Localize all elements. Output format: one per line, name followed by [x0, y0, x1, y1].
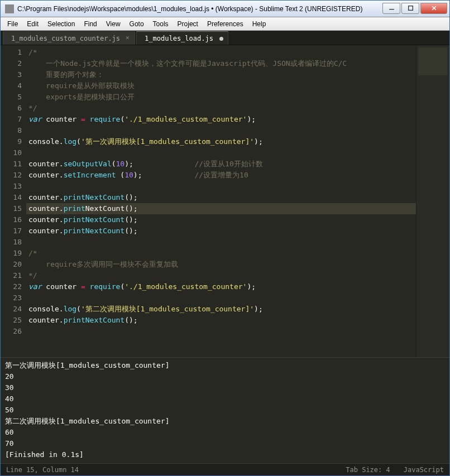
line-number: 16 — [1, 214, 22, 225]
menu-selection[interactable]: Selection — [43, 18, 79, 30]
code-line: exports是把模块接口公开 — [28, 92, 416, 103]
menu-edit[interactable]: Edit — [22, 18, 43, 30]
code-line: counter.printNextCount(); — [28, 214, 416, 225]
code-line — [28, 292, 416, 304]
code-line: var counter = require('./1_modules_custo… — [28, 114, 416, 125]
line-number: 24 — [1, 304, 22, 315]
line-number: 26 — [1, 326, 22, 337]
app-window: C:\Program Files\nodejs\Workspace\module… — [0, 0, 450, 476]
menu-file[interactable]: File — [3, 18, 22, 30]
window-title: C:\Program Files\nodejs\Workspace\module… — [17, 5, 381, 13]
tab-close-icon[interactable]: × — [126, 35, 131, 41]
line-number: 21 — [1, 270, 22, 281]
line-number: 7 — [1, 114, 22, 125]
minimap[interactable] — [416, 45, 449, 357]
line-number: 22 — [1, 281, 22, 292]
code-line: counter.printNextCount(); — [28, 315, 416, 326]
code-line — [28, 326, 416, 337]
menu-goto[interactable]: Goto — [125, 18, 149, 30]
code-line: counter.seOutputVal(10); //设置从10开始计数 — [28, 158, 416, 170]
line-number: 14 — [1, 192, 22, 203]
code-area[interactable]: /* 一个Node.js文件就是一个模块，这个文件可能是Javascript代码… — [26, 45, 416, 357]
line-number: 11 — [1, 158, 22, 170]
tab-label: 1_modules_custom_counter.js — [11, 35, 120, 42]
line-number: 15 — [1, 203, 22, 214]
code-line: counter.printNextCount(); — [28, 225, 416, 237]
syntax-language[interactable]: JavaScript — [404, 466, 444, 474]
line-number: 12 — [1, 170, 22, 181]
code-line: console.log('第一次调用模块[1_modules_custom_co… — [28, 136, 416, 147]
code-line: 重要的两个对象： — [28, 69, 416, 80]
line-number: 25 — [1, 315, 22, 326]
tab-1[interactable]: 1_modules_load.js — [136, 31, 228, 45]
tab-label: 1_modules_load.js — [145, 35, 213, 42]
menubar: FileEditSelectionFindViewGotoToolsProjec… — [1, 17, 449, 31]
maximize-button[interactable] — [401, 3, 419, 14]
code-line — [28, 181, 416, 192]
dirty-indicator-icon[interactable] — [219, 37, 223, 41]
line-number: 19 — [1, 248, 22, 259]
line-number: 18 — [1, 237, 22, 248]
line-number: 9 — [1, 136, 22, 147]
svg-rect-1 — [408, 6, 413, 11]
app-icon — [5, 4, 14, 13]
line-number: 20 — [1, 259, 22, 270]
minimap-viewport[interactable] — [418, 47, 447, 75]
code-line: 一个Node.js文件就是一个模块，这个文件可能是Javascript代码、JS… — [28, 58, 416, 69]
menu-find[interactable]: Find — [79, 18, 101, 30]
line-number: 1 — [1, 47, 22, 58]
code-line: require多次调用同一模块不会重复加载 — [28, 259, 416, 270]
code-line: require是从外部获取模块 — [28, 80, 416, 92]
menu-project[interactable]: Project — [173, 18, 203, 30]
code-line: */ — [28, 270, 416, 281]
code-line: counter.printNextCount(); — [28, 192, 416, 203]
line-numbers: 1234567891011121314151617181920212223242… — [1, 45, 26, 357]
code-line — [28, 237, 416, 248]
code-line — [28, 125, 416, 136]
line-number: 13 — [1, 181, 22, 192]
code-line: /* — [28, 248, 416, 259]
line-number: 5 — [1, 92, 22, 103]
menu-tools[interactable]: Tools — [149, 18, 173, 30]
menu-view[interactable]: View — [102, 18, 125, 30]
menu-help[interactable]: Help — [248, 18, 271, 30]
code-line: */ — [28, 103, 416, 114]
line-number: 2 — [1, 58, 22, 69]
code-line: console.log('第二次调用模块[1_modules_custom_co… — [28, 304, 416, 315]
close-button[interactable] — [420, 3, 447, 14]
line-number: 17 — [1, 225, 22, 237]
code-line: counter.setIncrement (10); //设置增量为10 — [28, 170, 416, 181]
line-number: 3 — [1, 69, 22, 80]
minimize-button[interactable] — [382, 3, 400, 14]
statusbar: Line 15, Column 14 Tab Size: 4 JavaScrip… — [1, 463, 449, 475]
tab-size[interactable]: Tab Size: 4 — [346, 466, 390, 474]
window-controls — [381, 3, 447, 15]
line-number: 4 — [1, 80, 22, 92]
build-output-panel[interactable]: 第一次调用模块[1_modules_custom_counter] 20 30 … — [1, 357, 449, 463]
menu-preferences[interactable]: Preferences — [203, 18, 248, 30]
titlebar[interactable]: C:\Program Files\nodejs\Workspace\module… — [1, 1, 449, 17]
code-line — [28, 147, 416, 158]
line-number: 6 — [1, 103, 22, 114]
tab-0[interactable]: 1_modules_custom_counter.js× — [3, 31, 135, 45]
code-line: var counter = require('./1_modules_custo… — [28, 281, 416, 292]
code-line: counter.printNextCount(); — [26, 203, 416, 214]
cursor-position[interactable]: Line 15, Column 14 — [6, 466, 79, 474]
code-line: /* — [28, 47, 416, 58]
line-number: 8 — [1, 125, 22, 136]
line-number: 23 — [1, 292, 22, 304]
line-number: 10 — [1, 147, 22, 158]
editor[interactable]: 1234567891011121314151617181920212223242… — [1, 45, 449, 357]
tabbar: 1_modules_custom_counter.js×1_modules_lo… — [1, 31, 449, 45]
